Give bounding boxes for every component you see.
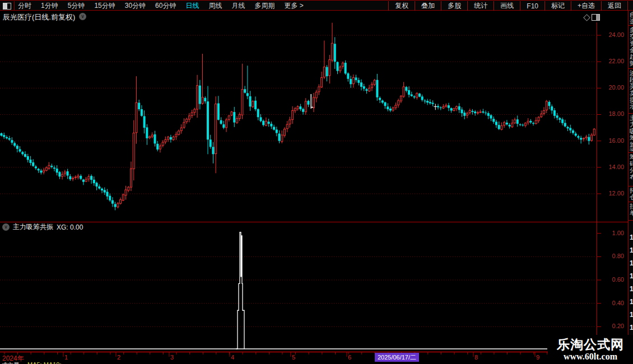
clipped-vertical-text: 多空资金趋势 <box>630 26 633 67</box>
clipped-number: 1 <box>630 259 633 267</box>
window-split-button[interactable] <box>0 1 15 11</box>
strip-divider <box>629 220 633 221</box>
strip-divider <box>629 113 633 114</box>
toolbar-right-buttons: 复权叠加多股统计画线F10标记+自选返回 <box>388 1 628 11</box>
strip-divider <box>629 152 633 153</box>
toolbar-button-+自选[interactable]: +自选 <box>571 1 601 11</box>
toolbar-button-统计[interactable]: 统计 <box>467 1 494 11</box>
toolbar-button-叠加[interactable]: 叠加 <box>415 1 441 11</box>
strip-divider <box>629 202 633 202</box>
period-tab-60分钟[interactable]: 60分钟 <box>155 1 176 11</box>
toolbar-button-返回[interactable]: 返回 <box>601 1 628 11</box>
watermark-site-name: 乐淘公式网 <box>557 337 624 352</box>
top-toolbar: 分时1分钟5分钟15分钟30分钟60分钟日线周线月线多周期更多 > 复权叠加多股… <box>0 0 633 11</box>
clipped-vertical-text: 挂单 <box>630 203 633 218</box>
indicator-cursor-value: XG: 0.00 <box>57 223 83 231</box>
clipped-number: 1 <box>630 285 633 293</box>
split-left-icon <box>3 3 11 10</box>
clipped-vertical-text: 主力吸筹监测 <box>630 114 633 151</box>
period-tab-多周期[interactable]: 多周期 <box>254 1 274 11</box>
clipped-number: 1 <box>630 311 633 319</box>
toolbar-button-画线[interactable]: 画线 <box>494 1 520 11</box>
period-tab-30分钟[interactable]: 30分钟 <box>125 1 146 11</box>
indicator-name: 主力吸筹共振 <box>13 222 53 232</box>
period-tab-分时[interactable]: 分时 <box>18 1 31 11</box>
chevron-down-icon[interactable]: ∨ <box>2 223 10 231</box>
period-tabs: 分时1分钟5分钟15分钟30分钟60分钟日线周线月线多周期更多 > <box>18 1 304 11</box>
period-tab-日线[interactable]: 日线 <box>185 1 199 11</box>
clipped-vertical-text: 自选 <box>630 11 633 25</box>
indicator-header: ∨ 主力吸筹共振 XG: 0.00 <box>0 223 83 231</box>
clipped-right-panel: 自选多空资金趋势波段买卖提示主力吸筹监测筹码分布持仓挂单11111111 <box>628 0 633 364</box>
strip-divider <box>629 186 633 186</box>
strip-divider <box>629 68 633 69</box>
clipped-vertical-text: 波段买卖提示 <box>630 69 633 112</box>
clipped-number: 1 <box>630 324 633 332</box>
period-tab-5分钟[interactable]: 5分钟 <box>68 1 85 11</box>
watermark-url: www.60lt.com <box>564 352 617 362</box>
clipped-number: 1 <box>630 246 633 254</box>
period-tab-15分钟[interactable]: 15分钟 <box>94 1 115 11</box>
toolbar-button-复权[interactable]: 复权 <box>388 1 415 11</box>
price-chart-canvas[interactable] <box>0 0 633 364</box>
watermark: 乐淘公式网 www.60lt.com <box>548 335 633 364</box>
clipped-volume-pane-header: 成交量MA5: MA10: <box>0 361 543 364</box>
clipped-vertical-text: 持仓 <box>630 187 633 200</box>
period-tab-月线[interactable]: 月线 <box>231 1 245 11</box>
toolbar-button-多股[interactable]: 多股 <box>441 1 467 11</box>
toolbar-button-F10[interactable]: F10 <box>520 1 544 11</box>
period-tab-周线[interactable]: 周线 <box>208 1 222 11</box>
stock-app-window: { "toolbar": { "periods": [ {"label":"分时… <box>0 0 633 364</box>
clipped-number: 1 <box>630 298 633 306</box>
period-tab-更多[interactable]: 更多 > <box>284 1 303 11</box>
strip-divider <box>629 25 633 26</box>
clipped-number: 1 <box>630 234 633 241</box>
clipped-vertical-text: 筹码分布 <box>630 153 633 185</box>
x-axis-year-label: 2024年 <box>2 354 24 363</box>
period-tab-1分钟[interactable]: 1分钟 <box>41 1 58 11</box>
toolbar-button-标记[interactable]: 标记 <box>544 1 571 11</box>
cursor-date-highlight: 2025/06/17/二 <box>375 353 419 362</box>
clipped-number: 1 <box>630 272 633 280</box>
